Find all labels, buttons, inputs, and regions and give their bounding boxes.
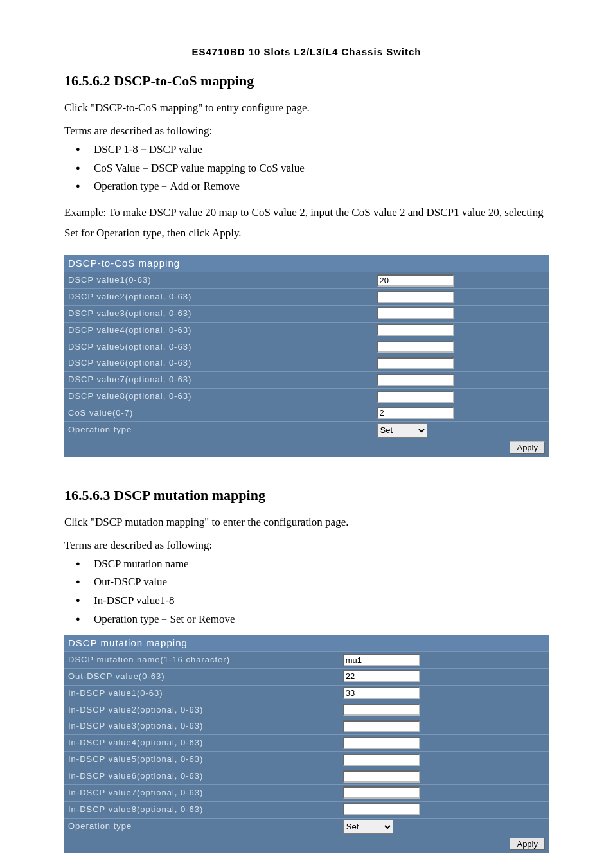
list-item: Operation type－Add or Remove [76,179,549,195]
row-label: In-DSCP value2(optional, 0-63) [64,702,341,718]
row-label: In-DSCP value6(optional, 0-63) [64,768,341,785]
row-label: DSCP value7(optional, 0-63) [64,372,375,389]
section2-terms-list: DSCP mutation name Out-DSCP value In-DSC… [76,556,549,628]
dscp-cos-table: DSCP-to-CoS mapping DSCP value1(0-63) DS… [64,255,549,456]
dscp-value4-input[interactable] [377,324,454,336]
operation-type-select[interactable]: Set [377,423,427,438]
row-label: In-DSCP value4(optional, 0-63) [64,735,341,752]
apply-button[interactable]: Apply [510,838,545,850]
section2-heading: 16.5.6.3 DSCP mutation mapping [64,485,549,506]
row-label: In-DSCP value1(0-63) [64,685,341,702]
dscp-value5-input[interactable] [377,341,454,353]
in-dscp-value5-input[interactable] [343,754,420,766]
row-label: In-DSCP value8(optional, 0-63) [64,801,341,818]
row-label: DSCP value8(optional, 0-63) [64,389,375,405]
table-title: DSCP mutation mapping [64,635,549,651]
table-title: DSCP-to-CoS mapping [64,255,549,272]
row-label: In-DSCP value5(optional, 0-63) [64,752,341,768]
dscp-value1-input[interactable] [377,274,454,287]
apply-button[interactable]: Apply [510,441,545,454]
row-label: DSCP mutation name(1-16 character) [64,652,341,669]
row-label: DSCP value5(optional, 0-63) [64,339,375,355]
section1-terms-list: DSCP 1-8－DSCP value CoS Value－DSCP value… [76,142,549,195]
in-dscp-value2-input[interactable] [343,704,420,716]
row-label: DSCP value6(optional, 0-63) [64,355,375,372]
in-dscp-value1-input[interactable] [343,687,420,699]
row-label: Out-DSCP value(0-63) [64,668,341,685]
doc-header: ES4710BD 10 Slots L2/L3/L4 Chassis Switc… [64,45,549,59]
row-label: CoS value(0-7) [64,405,375,421]
in-dscp-value4-input[interactable] [343,737,420,749]
section1-terms-title: Terms are described as following: [64,123,549,139]
operation-type-select[interactable]: Set [343,820,393,834]
dscp-value2-input[interactable] [377,291,454,303]
row-label: DSCP value2(optional, 0-63) [64,289,375,306]
list-item: DSCP 1-8－DSCP value [76,142,549,158]
row-label: DSCP value3(optional, 0-63) [64,305,375,322]
in-dscp-value8-input[interactable] [343,803,420,815]
list-item: In-DSCP value1-8 [76,593,549,609]
out-dscp-input[interactable] [343,670,420,682]
list-item: Operation type－Set or Remove [76,612,549,628]
section2-intro: Click "DSCP mutation mapping" to enter t… [64,515,549,531]
in-dscp-value3-input[interactable] [343,720,420,732]
in-dscp-value6-input[interactable] [343,770,420,783]
section2-terms-title: Terms are described as following: [64,538,549,554]
section1-example: Example: To make DSCP value 20 map to Co… [64,202,549,244]
row-label: DSCP value1(0-63) [64,272,375,289]
row-label: Operation type [64,818,341,835]
dscp-mutation-table: DSCP mutation mapping DSCP mutation name… [64,635,549,853]
row-label: Operation type [64,421,375,439]
dscp-value3-input[interactable] [377,307,454,319]
list-item: Out-DSCP value [76,574,549,590]
cos-value-input[interactable] [377,407,454,419]
list-item: CoS Value－DSCP value mapping to CoS valu… [76,161,549,177]
section1-heading: 16.5.6.2 DSCP-to-CoS mapping [64,71,549,91]
mutation-name-input[interactable] [343,654,420,666]
row-label: In-DSCP value3(optional, 0-63) [64,718,341,735]
in-dscp-value7-input[interactable] [343,786,420,799]
row-label: DSCP value4(optional, 0-63) [64,322,375,339]
dscp-value7-input[interactable] [377,374,454,386]
dscp-value8-input[interactable] [377,391,454,403]
section1-intro: Click "DSCP-to-CoS mapping" to entry con… [64,100,549,116]
dscp-value6-input[interactable] [377,357,454,369]
row-label: In-DSCP value7(optional, 0-63) [64,784,341,801]
list-item: DSCP mutation name [76,556,549,572]
